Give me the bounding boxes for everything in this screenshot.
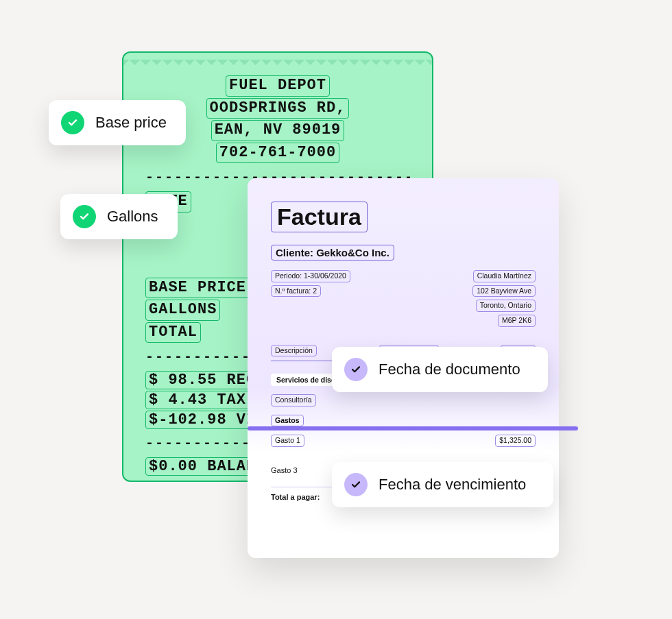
check-icon — [344, 473, 368, 496]
invoice-scan-line — [248, 426, 578, 430]
invoice-contact-street: 102 Bayview Ave — [472, 285, 536, 298]
invoice-row-value: $1,325.00 — [495, 435, 536, 447]
invoice-contact-postal: M6P 2K6 — [498, 315, 536, 327]
invoice-header-desc: Descripción — [271, 345, 317, 357]
tag-due-date: Fecha de vencimiento — [332, 462, 553, 507]
tag-label: Gallons — [107, 208, 158, 226]
invoice-section-expenses: Gastos — [271, 415, 304, 427]
receipt-phone: 702-761-7000 — [216, 143, 339, 164]
invoice-row-gasto1: Gasto 1 $1,325.00 — [271, 435, 536, 447]
check-icon — [344, 358, 368, 381]
invoice-row-label: Gasto 1 — [271, 435, 304, 447]
tag-gallons: Gallons — [60, 194, 178, 239]
check-icon — [73, 205, 96, 228]
receipt-amount-reg: $ 98.55 REG — [145, 371, 259, 389]
check-icon — [61, 111, 84, 134]
invoice-title: Factura — [271, 202, 368, 232]
receipt-amount-tax: $ 4.43 TAX — [145, 391, 250, 409]
receipt-gallons-label: GALLONS — [145, 300, 220, 321]
tag-label: Fecha de documento — [379, 361, 520, 378]
tag-label: Base price — [95, 114, 167, 132]
receipt-base-price-label: BASE PRICE — [145, 278, 250, 299]
invoice-contact-name: Claudia Martínez — [473, 270, 536, 282]
receipt-total-label: TOTAL — [145, 322, 201, 343]
invoice-meta: Periodo: 1-30/06/2020 N.º factura: 2 Cla… — [271, 270, 536, 327]
invoice-contact-city: Toronto, Ontario — [476, 300, 536, 312]
invoice-client: Cliente: Gekko&Co Inc. — [271, 245, 394, 260]
tag-label: Fecha de vencimiento — [379, 476, 526, 494]
receipt-merchant: FUEL DEPOT — [226, 75, 330, 97]
invoice-number: N.º factura: 2 — [271, 285, 321, 298]
tag-base-price: Base price — [49, 100, 186, 145]
receipt-city: EAN, NV 89019 — [211, 120, 345, 141]
receipt-street: OODSPRINGS RD, — [206, 98, 350, 119]
invoice-section-consulting: Consultoría — [271, 394, 316, 406]
invoice-period: Periodo: 1-30/06/2020 — [271, 270, 350, 282]
invoice-row-label: Gasto 3 — [271, 466, 298, 474]
tag-document-date: Fecha de documento — [332, 347, 548, 392]
